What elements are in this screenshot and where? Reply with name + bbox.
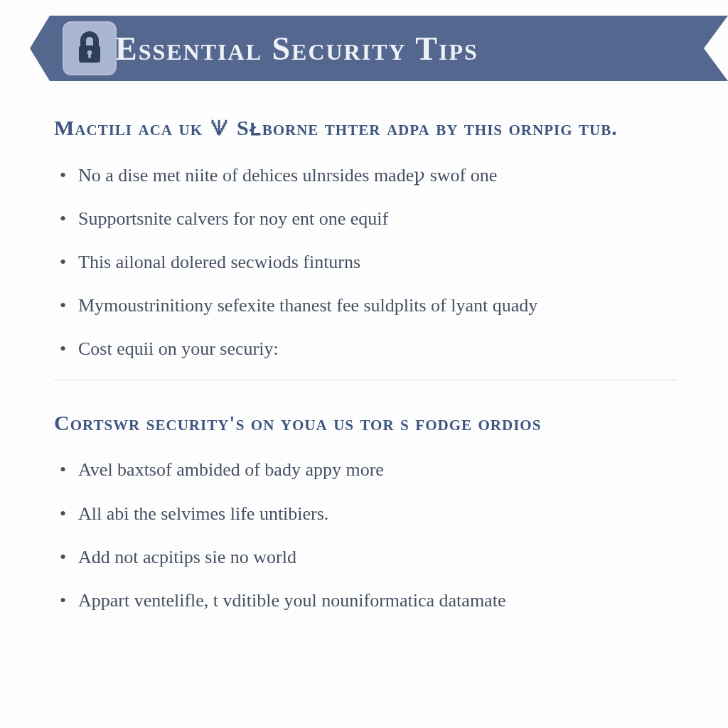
list-item: This ailonal dolered secwiods finturns bbox=[54, 250, 677, 274]
list-item: Appart ventelifle, t vditible youl nouni… bbox=[54, 588, 677, 613]
tips-list-1: No a dise met niite of dehices ulnrsides… bbox=[54, 163, 677, 361]
section-heading-1: Mactili aca uk ⩛ Sᴌborne thter adpa by t… bbox=[54, 114, 677, 143]
page-title: Essential Security Tips bbox=[115, 30, 478, 68]
list-item: All abi the selvimes life untibiers. bbox=[54, 501, 677, 526]
list-item: Add not acpitips sie no world bbox=[54, 545, 677, 569]
svg-rect-2 bbox=[88, 53, 91, 58]
section-heading-2: Cortswr security's on youa us tor s fodg… bbox=[54, 409, 677, 438]
list-item: Supportsnite calvers for noy ent one equ… bbox=[54, 206, 677, 231]
tips-list-2: Avel baxtsof ambided of bady appy more A… bbox=[54, 457, 677, 612]
list-item: Mymoustrinitiony sefexite thanest fee su… bbox=[54, 293, 677, 318]
section-divider bbox=[54, 380, 677, 380]
lock-icon bbox=[63, 21, 117, 75]
list-item: Cost equii on your securiy: bbox=[54, 336, 677, 361]
title-banner-bg: Essential Security Tips bbox=[30, 16, 728, 81]
list-item: No a dise met niite of dehices ulnrsides… bbox=[54, 163, 677, 188]
content-area: Mactili aca uk ⩛ Sᴌborne thter adpa by t… bbox=[0, 81, 728, 613]
list-item: Avel baxtsof ambided of bady appy more bbox=[54, 457, 677, 482]
title-banner: Essential Security Tips bbox=[0, 16, 728, 81]
